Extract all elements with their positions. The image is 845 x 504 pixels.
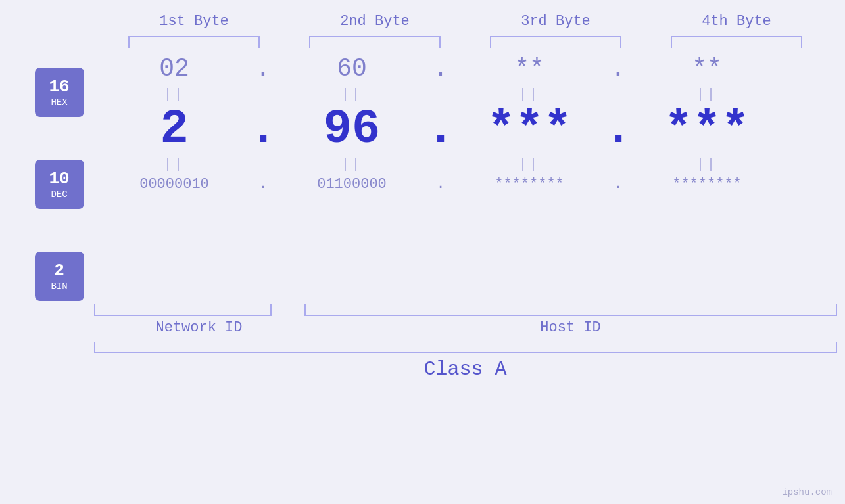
hex-val-3: ** [457, 55, 602, 83]
badge-dec-label: DEC [51, 189, 67, 200]
dec-dot-1: . [247, 106, 279, 153]
byte-header-2: 2nd Byte [302, 13, 447, 30]
host-bracket [304, 304, 837, 316]
top-bracket-4 [671, 36, 802, 48]
badge-hex-num: 16 [49, 77, 69, 97]
dec-dot-3: . [602, 106, 635, 153]
class-label: Class A [94, 358, 837, 380]
dec-val-3: *** [457, 106, 602, 153]
eq-3: || [457, 87, 602, 102]
main-container: 1st Byte 2nd Byte 3rd Byte 4th Byte 16 H… [0, 0, 845, 504]
bin-val-4: ******** [635, 176, 779, 193]
badge-hex: 16 HEX [35, 68, 84, 117]
bottom-section: Network ID Host ID [94, 304, 837, 336]
top-bracket-1 [128, 36, 260, 48]
dec-dot-2: . [424, 106, 457, 153]
byte-header-3: 3rd Byte [483, 13, 628, 30]
content-area: 16 HEX 10 DEC 2 BIN 02 . 60 . ** . ** [16, 55, 845, 301]
badge-hex-label: HEX [51, 97, 67, 108]
host-id-label: Host ID [304, 319, 837, 336]
hex-row: 02 . 60 . ** . ** [102, 55, 845, 83]
bin-val-1: 00000010 [102, 176, 247, 193]
byte-headers: 1st Byte 2nd Byte 3rd Byte 4th Byte [104, 13, 827, 30]
hex-dot-2: . [424, 55, 457, 83]
byte-header-1: 1st Byte [122, 13, 266, 30]
network-id-label: Network ID [94, 319, 304, 336]
label-row: Network ID Host ID [94, 319, 837, 336]
bracket-spacer [272, 304, 304, 316]
values-grid: 02 . 60 . ** . ** || || || || 2 . [102, 55, 845, 193]
network-bracket [94, 304, 272, 316]
dec-val-2: 96 [279, 106, 424, 153]
class-bracket-line [94, 342, 837, 353]
eq-2: || [279, 87, 424, 102]
top-bracket-row [104, 36, 827, 48]
hex-val-2: 60 [279, 55, 424, 83]
dec-val-4: *** [635, 106, 779, 153]
dec-val-1: 2 [102, 106, 247, 153]
dec-row: 2 . 96 . *** . *** [102, 106, 845, 153]
badges-column: 16 HEX 10 DEC 2 BIN [16, 55, 102, 301]
bin-val-2: 01100000 [279, 176, 424, 193]
badge-bin-label: BIN [51, 281, 67, 292]
badge-dec-num: 10 [49, 169, 69, 189]
dec-eq-row: || || || || [102, 153, 845, 176]
hex-dot-3: . [602, 55, 635, 83]
bin-dot-3: . [602, 176, 635, 193]
bin-val-3: ******** [457, 176, 602, 193]
bin-dot-2: . [424, 176, 457, 193]
eq2-3: || [457, 157, 602, 172]
top-bracket-3 [490, 36, 621, 48]
eq2-4: || [635, 157, 779, 172]
badge-dec: 10 DEC [35, 160, 84, 209]
bin-row: 00000010 . 01100000 . ******** . *******… [102, 176, 845, 193]
hex-val-1: 02 [102, 55, 247, 83]
eq-4: || [635, 87, 779, 102]
byte-header-4: 4th Byte [664, 13, 809, 30]
badge-bin: 2 BIN [35, 252, 84, 301]
watermark: ipshu.com [782, 487, 832, 497]
eq2-2: || [279, 157, 424, 172]
hex-val-4: ** [635, 55, 779, 83]
bin-dot-1: . [247, 176, 279, 193]
top-bracket-2 [309, 36, 441, 48]
eq2-1: || [102, 157, 247, 172]
hex-dot-1: . [247, 55, 279, 83]
badge-bin-num: 2 [54, 261, 64, 281]
eq-1: || [102, 87, 247, 102]
bottom-bracket-row [94, 304, 837, 316]
class-bracket-container: Class A [94, 342, 837, 380]
